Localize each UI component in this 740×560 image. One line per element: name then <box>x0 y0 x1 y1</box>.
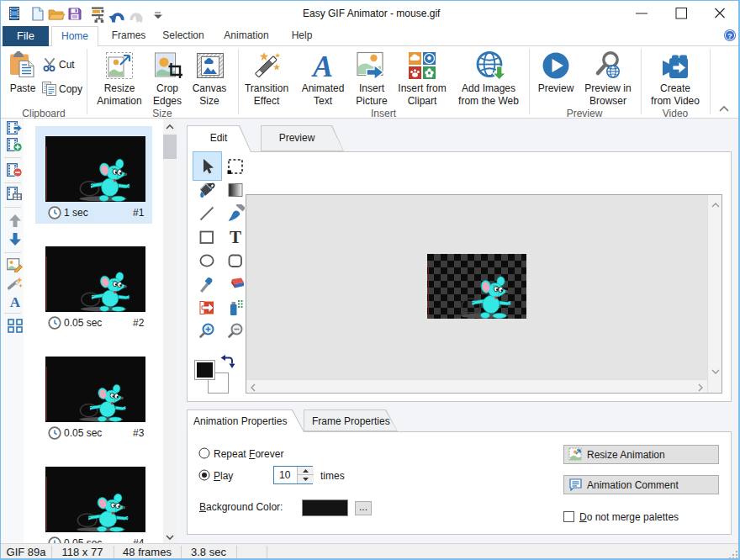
svg-text:T: T <box>230 228 241 246</box>
svg-text:?: ? <box>727 31 732 40</box>
svg-text:A: A <box>311 52 333 79</box>
svg-text:A: A <box>10 294 21 309</box>
